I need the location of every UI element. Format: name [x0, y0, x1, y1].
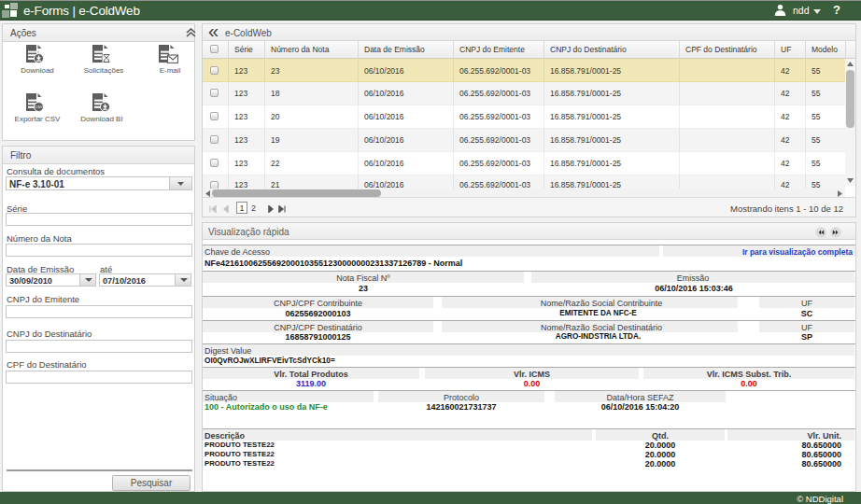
svg-text:CSV: CSV [35, 105, 43, 109]
